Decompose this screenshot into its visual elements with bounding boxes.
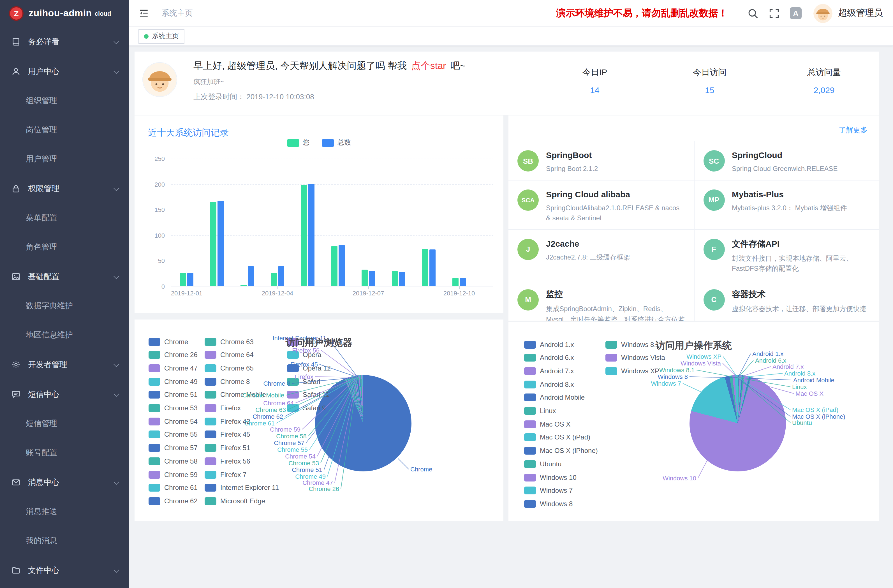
legend-Chrome 47[interactable]: Chrome 47 (149, 364, 198, 373)
legend-Chrome 62[interactable]: Chrome 62 (149, 497, 198, 505)
bar-you (392, 272, 398, 286)
app-root: Z zuihou-admin cloud 务必详看用户中心组织管理岗位管理用户管… (0, 0, 893, 588)
legend-Android Mobile[interactable]: Android Mobile (524, 394, 585, 402)
legend-swatch (204, 404, 216, 412)
app-logo[interactable]: Z zuihou-admin cloud (0, 0, 129, 27)
legend-Windows XP[interactable]: Windows XP (606, 367, 659, 375)
sidebar-item-menu-config[interactable]: 菜单配置 (0, 203, 129, 233)
legend-label: 总数 (337, 138, 351, 147)
legend-Windows 7[interactable]: Windows 7 (524, 486, 573, 495)
sidebar-item-data-dict-maintain[interactable]: 数据字典维护 (0, 292, 129, 320)
sidebar-item-file-center[interactable]: 文件中心 (0, 555, 129, 585)
legend-Mac OS X (iPhone)[interactable]: Mac OS X (iPhone) (524, 447, 598, 455)
search-icon[interactable] (747, 8, 758, 19)
tab-home[interactable]: 系统主页 (138, 29, 185, 44)
legend-Windows Vista[interactable]: Windows Vista (606, 353, 665, 362)
sidebar-item-label: 权限管理 (28, 183, 59, 194)
legend-您[interactable]: 您 (287, 138, 310, 147)
username[interactable]: 超级管理员 (838, 7, 883, 19)
y-axis-label: 0 (139, 283, 165, 290)
legend-Windows 8[interactable]: Windows 8 (524, 500, 573, 508)
legend-Chrome 57[interactable]: Chrome 57 (149, 444, 198, 452)
sidebar-item-developer[interactable]: 开发者管理 (0, 350, 129, 379)
tech-info: Spring Cloud alibabaSpringCloudAlibaba2.… (546, 188, 685, 223)
browser-chart-title: 访问用户浏览器 (135, 336, 504, 349)
legend-Chrome 53[interactable]: Chrome 53 (149, 404, 198, 412)
legend-Opera 12[interactable]: Opera 12 (287, 364, 331, 373)
user-avatar[interactable] (813, 4, 833, 23)
legend-Safari[interactable]: Safari (287, 377, 320, 386)
sidebar-item-must-view[interactable]: 务必详看 (0, 27, 129, 57)
stat-2: 总访问量2,029 (771, 67, 877, 95)
chevron-down-icon (114, 185, 119, 191)
legend-swatch (524, 367, 536, 375)
legend-Chrome 54[interactable]: Chrome 54 (149, 417, 198, 426)
sidebar-item-user-management[interactable]: 用户管理 (0, 144, 129, 174)
legend-Firefox 7[interactable]: Firefox 7 (204, 470, 247, 479)
sidebar-item-label: 用户中心 (28, 66, 59, 77)
sidebar-item-label: 务必详看 (28, 37, 59, 47)
legend-Firefox[interactable]: Firefox (204, 404, 241, 412)
tech-desc: J2cache2.7.8: 二级缓存框架 (546, 252, 630, 263)
legend-Safari 9[interactable]: Safari 9 (287, 404, 326, 412)
legend-Chrome Mobile[interactable]: Chrome Mobile (204, 391, 266, 399)
fullscreen-icon[interactable] (768, 8, 780, 19)
os-chart-panel: 访问用户操作系统 Android 1.xAndroid 6.xAndroid 7… (508, 322, 879, 521)
legend-Chrome 26[interactable]: Chrome 26 (149, 350, 198, 359)
legend-Firefox 45[interactable]: Firefox 45 (204, 430, 250, 439)
legend-label: Windows XP (621, 367, 659, 375)
legend-Firefox 56[interactable]: Firefox 56 (204, 457, 250, 466)
legend-Chrome 59[interactable]: Chrome 59 (149, 470, 198, 479)
legend-Chrome 49[interactable]: Chrome 49 (149, 377, 198, 386)
legend-Microsoft Edge[interactable]: Microsoft Edge (204, 497, 265, 505)
gear-icon (11, 360, 21, 369)
visit-chart-plot[interactable] (171, 159, 493, 286)
breadcrumb[interactable]: 系统主页 (161, 8, 193, 18)
legend-Mac OS X (iPad)[interactable]: Mac OS X (iPad) (524, 433, 590, 442)
sidebar-item-permission[interactable]: 权限管理 (0, 174, 129, 203)
legend-Chrome 61[interactable]: Chrome 61 (149, 483, 198, 492)
menu-fold-icon[interactable] (138, 8, 149, 18)
legend-Android 7.x[interactable]: Android 7.x (524, 367, 574, 375)
legend-Android 6.x[interactable]: Android 6.x (524, 353, 574, 362)
legend-Safari 11[interactable]: Safari 11 (287, 391, 329, 399)
legend-Firefox 42[interactable]: Firefox 42 (204, 417, 250, 426)
legend-Chrome 65[interactable]: Chrome 65 (204, 364, 254, 373)
sidebar-item-message-push[interactable]: 消息推送 (0, 497, 129, 526)
sidebar-item-area-info-maintain[interactable]: 地区信息维护 (0, 320, 129, 350)
legend-swatch (606, 367, 617, 375)
legend-Opera[interactable]: Opera (287, 350, 322, 359)
legend-Android 8.x[interactable]: Android 8.x (524, 380, 574, 388)
sidebar-item-message-center[interactable]: 消息中心 (0, 468, 129, 497)
sidebar-item-account-config[interactable]: 账号配置 (0, 438, 129, 468)
tech-badge: J (517, 239, 539, 260)
legend-Chrome 58[interactable]: Chrome 58 (149, 457, 198, 466)
sidebar-item-role-management[interactable]: 角色管理 (0, 233, 129, 262)
browser-chart-panel: 访问用户浏览器 ChromeChrome 26Chrome 47Chrome 4… (135, 319, 504, 521)
legend-Firefox 51[interactable]: Firefox 51 (204, 444, 250, 452)
sidebar-item-my-message[interactable]: 我的消息 (0, 526, 129, 555)
font-size-icon[interactable]: A (790, 7, 801, 19)
legend-Windows 10[interactable]: Windows 10 (524, 473, 577, 481)
sidebar-item-sms-center[interactable]: 短信中心 (0, 379, 129, 409)
browser-chart-legend: ChromeChrome 26Chrome 47Chrome 49Chrome … (135, 319, 504, 521)
visit-chart-legend: 您总数 (135, 138, 504, 147)
legend-Linux[interactable]: Linux (524, 407, 556, 415)
legend-Chrome 55[interactable]: Chrome 55 (149, 430, 198, 439)
tech-title: 监控 (546, 289, 685, 300)
legend-总数[interactable]: 总数 (322, 138, 351, 147)
legend-Mac OS X[interactable]: Mac OS X (524, 420, 570, 428)
sidebar-item-sms-management[interactable]: 短信管理 (0, 409, 129, 438)
legend-Chrome 51[interactable]: Chrome 51 (149, 391, 198, 399)
legend-Chrome 8[interactable]: Chrome 8 (204, 377, 250, 386)
legend-Chrome 64[interactable]: Chrome 64 (204, 350, 254, 359)
sidebar-item-org-management[interactable]: 组织管理 (0, 86, 129, 116)
sidebar-item-post-management[interactable]: 岗位管理 (0, 116, 129, 144)
bar-total (460, 278, 466, 286)
sidebar-item-label: 消息中心 (28, 477, 59, 487)
legend-Internet Explorer 11[interactable]: Internet Explorer 11 (204, 483, 279, 492)
sidebar-item-user-center[interactable]: 用户中心 (0, 57, 129, 86)
sidebar-item-basic-config[interactable]: 基础配置 (0, 262, 129, 292)
legend-Ubuntu[interactable]: Ubuntu (524, 460, 561, 468)
learn-more-link[interactable]: 了解更多 (839, 125, 868, 135)
